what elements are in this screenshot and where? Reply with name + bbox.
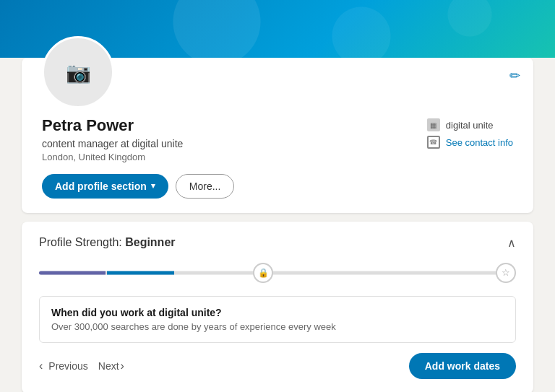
add-profile-section-button[interactable]: Add profile section ▾	[42, 174, 168, 199]
profile-actions: Add profile section ▾ More...	[22, 162, 533, 199]
add-work-dates-button[interactable]: Add work dates	[409, 353, 516, 379]
company-name: digital unite	[446, 120, 494, 131]
profile-right: ▦ digital unite ☎ See contact info	[427, 118, 513, 149]
prompt-question: When did you work at digital unite?	[51, 307, 504, 318]
profile-card: ✏ 📷 Petra Power content manager at digit…	[22, 58, 533, 213]
star-badge: ☆	[496, 263, 516, 283]
profile-left: Petra Power content manager at digital u…	[42, 116, 183, 162]
navigation-row: ‹ Previous Next › Add work dates	[39, 353, 516, 379]
profile-title: content manager at digital unite	[42, 138, 183, 149]
nav-left: ‹ Previous Next ›	[39, 355, 129, 377]
next-button[interactable]: Next ›	[94, 355, 129, 377]
add-profile-label: Add profile section	[55, 180, 147, 192]
progress-segment-2	[107, 271, 173, 274]
avatar-area: 📷	[42, 36, 114, 108]
contact-label: See contact info	[446, 137, 513, 148]
profile-info: Petra Power content manager at digital u…	[22, 108, 533, 162]
progress-track	[39, 271, 516, 274]
contact-icon: ☎	[427, 136, 440, 149]
more-button[interactable]: More...	[176, 174, 235, 199]
prompt-sub: Over 300,000 searches are done by years …	[51, 321, 504, 332]
next-label: Next	[98, 360, 119, 372]
company-icon: ▦	[427, 118, 440, 131]
lock-badge: 🔒	[253, 263, 273, 283]
star-icon: ☆	[502, 267, 510, 278]
contact-row[interactable]: ☎ See contact info	[427, 136, 513, 149]
prompt-box: When did you work at digital unite? Over…	[39, 296, 516, 343]
lock-icon: 🔒	[258, 268, 269, 278]
profile-location: London, United Kingdom	[42, 152, 183, 162]
company-row: ▦ digital unite	[427, 118, 513, 131]
strength-level: Beginner	[125, 236, 175, 248]
previous-button[interactable]: Previous	[44, 356, 92, 376]
edit-icon[interactable]: ✏	[509, 68, 520, 84]
add-profile-chevron: ▾	[151, 181, 155, 191]
next-chevron-icon: ›	[121, 360, 124, 373]
prev-chevron-icon: ‹	[39, 360, 43, 373]
progress-bar-container: 🔒 ☆	[39, 260, 516, 286]
strength-header: Profile Strength: Beginner ∧	[39, 236, 516, 250]
avatar[interactable]: 📷	[42, 36, 114, 108]
strength-prefix: Profile Strength:	[39, 236, 125, 248]
strength-card: Profile Strength: Beginner ∧ 🔒 ☆ When di…	[22, 222, 533, 392]
progress-segment-1	[39, 271, 106, 274]
camera-icon: 📷	[66, 61, 91, 84]
collapse-icon[interactable]: ∧	[507, 236, 516, 250]
profile-name: Petra Power	[42, 116, 183, 136]
strength-title: Profile Strength: Beginner	[39, 236, 176, 249]
progress-gap	[174, 271, 516, 274]
